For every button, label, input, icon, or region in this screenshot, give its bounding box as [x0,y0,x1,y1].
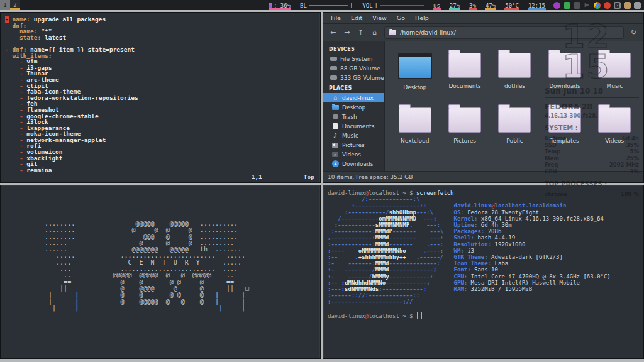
folder-item-templates[interactable]: Templates [540,101,589,156]
screenshot-tray-icon[interactable] [614,2,621,9]
forward-button[interactable]: → [341,26,353,38]
volume-track[interactable] [380,5,424,6]
home-button[interactable]: ⌂ [369,26,380,38]
folder-blue-icon [331,104,339,111]
ascii-art-terminal-pane[interactable]: ........ @@@@@ @@@@@ .......... ........… [0,185,321,359]
path-bar[interactable]: /home/david-linux/ [384,26,624,39]
workspace-button-2[interactable]: 2 [10,0,20,10]
trash-icon [331,113,339,121]
bluetooth-icon[interactable] [574,2,580,9]
devices-header: DEVICES [323,43,384,54]
folder-label: dotfiles [504,83,525,89]
terminal-cursor [417,312,422,319]
status-segments: : 36%BL|VOL|us27%3%47%50°C12:15 [269,0,546,10]
home-icon: ⌂ [331,94,339,102]
folder-label: Nextcloud [401,138,429,144]
folder-icon [448,53,481,78]
folder-item-nextcloud[interactable]: Nextcloud [390,101,440,156]
folder-item-dotfiles[interactable]: dotfiles [490,47,540,101]
volume-muted-icon[interactable] [584,2,591,9]
current-path: /home/david-linux/ [400,29,456,36]
bl-slider: BL| [299,0,353,10]
network-manager-icon[interactable] [564,2,570,9]
folder-icon [498,53,531,78]
folder-label: Public [506,138,523,144]
sidebar-item-88-gb-volume[interactable]: 88 GB Volume [323,63,384,73]
sidebar-item-downloads[interactable]: ↓Downloads [323,159,384,168]
image-icon [331,141,339,149]
places-header: PLACES [323,82,384,93]
backlight-track[interactable] [309,5,348,6]
menu-help[interactable]: Help [410,14,434,21]
folder-icon [498,107,531,133]
sidebar-item-333-gb-volume[interactable]: 333 GB Volume [323,73,384,82]
file-manager-statusbar: 10 items, Free space: 35.2 GB [323,171,643,182]
status-item: 27% [449,0,460,10]
folder-item-downloads[interactable]: Downloads [540,47,589,101]
menu-view[interactable]: View [367,14,392,21]
flameshot-icon[interactable] [604,2,611,9]
folder-icon [399,107,431,133]
clipit-tray-icon[interactable] [553,2,560,9]
workspace-switcher: 12 [0,0,20,10]
folder-label: Documents [448,83,480,89]
folder-label: Downloads [549,83,580,89]
folder-label: Desktop [403,84,426,90]
sidebar-item-pictures[interactable]: Pictures [323,140,384,150]
folder-grid: DesktopDocumentsdotfilesDownloadsMusicNe… [385,41,643,171]
folder-label: Templates [550,138,579,144]
drive-icon [330,55,337,63]
desktop-icon [398,53,432,79]
workspace-button-1[interactable]: 1 [0,0,10,10]
screenfetch-output: david-linux@localhost ~ $ screenfetch /:… [323,185,643,319]
file-manager-main[interactable]: DesktopDocumentsdotfilesDownloadsMusicNe… [385,41,643,171]
up-button[interactable]: ↑ [355,26,367,38]
menu-file[interactable]: File [326,14,346,21]
screenfetch-terminal-pane[interactable]: david-linux@localhost ~ $ screenfetch /:… [323,185,644,359]
doc-icon [331,123,339,130]
vim-buffer: - name: upgrade all packages dnf: name: … [1,13,320,173]
sidebar-item-videos[interactable]: ▸Videos [323,150,384,159]
status-item: us [433,0,441,10]
file-manager-toolbar: ←→↑⌂ /home/david-linux/ ↻ [323,24,643,41]
sidebar-item-desktop[interactable]: Desktop [323,102,384,112]
folder-item-pictures[interactable]: Pictures [440,101,489,156]
battery-status: : 36% [269,0,291,10]
folder-item-public[interactable]: Public [490,101,540,156]
folder-icon [448,107,481,133]
menu-go[interactable]: Go [392,14,410,21]
file-manager-sidebar: DEVICESFile System88 GB Volume333 GB Vol… [323,41,385,171]
items-free-space: 10 items, Free space: 35.2 GB [328,174,413,180]
vol-slider: VOL| [362,0,425,10]
sidebar-item-documents[interactable]: Documents [323,121,384,131]
vim-terminal-pane[interactable]: - name: upgrade all packages dnf: name: … [0,12,321,183]
folder-icon [389,30,396,35]
folder-item-desktop[interactable]: Desktop [390,47,440,101]
status-item: 47% [485,0,496,10]
folder-label: Music [606,83,623,89]
vim-statusline: 1,1 Top [1,173,320,180]
back-button[interactable]: ← [327,26,339,38]
folder-label: Videos [605,138,624,144]
file-manager-menubar: FileEditViewGoHelp [323,13,643,24]
sidebar-item-trash[interactable]: Trash [323,112,384,121]
desktop: 12 : 36%BL|VOL|us27%3%47%50°C12:15 - nam… [0,0,644,362]
folder-item-documents[interactable]: Documents [440,47,489,101]
files-tray-icon[interactable] [634,2,641,9]
folder-item-videos[interactable]: Videos [590,101,640,156]
status-item: 12:15 [528,0,546,10]
reload-button[interactable]: ↻ [628,26,640,38]
i3bar: 12 : 36%BL|VOL|us27%3%47%50°C12:15 [0,0,644,10]
vim-ruler: 1,1 [252,173,262,180]
menu-edit[interactable]: Edit [346,14,367,21]
folder-item-music[interactable]: Music [590,47,640,101]
battery-icon [269,3,272,8]
nav-buttons: ←→↑⌂ [327,26,380,38]
sidebar-item-david-linux[interactable]: ⌂david-linux [323,93,384,102]
sidebar-item-file-system[interactable]: File System [323,54,384,63]
clipboard-tray-icon[interactable] [624,2,631,9]
video-icon: ▸ [331,151,339,158]
sidebar-item-music[interactable]: ♪Music [323,131,384,140]
chrome-icon[interactable] [594,2,601,9]
file-manager-window[interactable]: FileEditViewGoHelp ←→↑⌂ /home/david-linu… [323,12,644,183]
